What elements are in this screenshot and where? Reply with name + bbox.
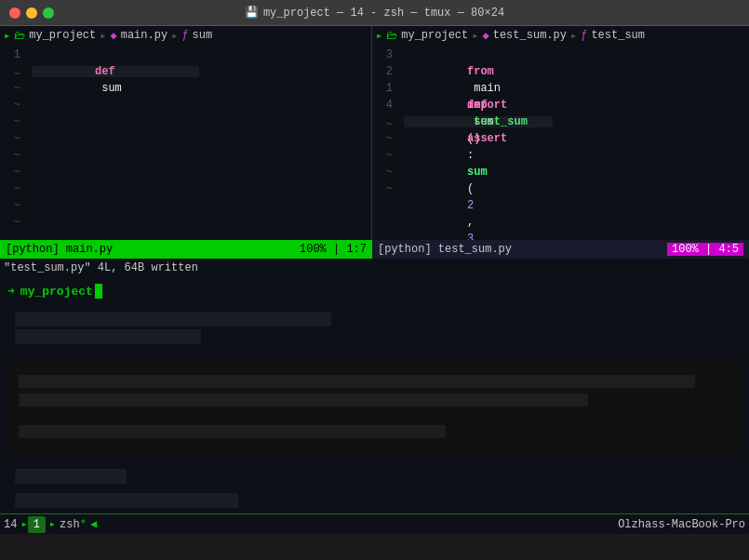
right-pane-header: ▸ 🗁 my_project ▸ ◆ test_sum.py ▸ ƒ test_…: [372, 26, 749, 45]
prompt-arrow: ➜: [7, 284, 15, 299]
tmux-bar: 14 ▸ 1 ▸ zsh * ◀ Olzhass-MacBook-Pro: [0, 513, 749, 534]
tmux-shell: zsh: [60, 518, 80, 531]
terminal-area[interactable]: ➜ my_project: [0, 277, 749, 513]
close-button[interactable]: [9, 7, 20, 19]
tilde-10: ~: [0, 197, 371, 214]
blurred-1: [32, 66, 199, 77]
tmux-triangle: ◀: [90, 517, 97, 531]
tilde-11: ~: [0, 214, 371, 231]
left-project: my_project: [29, 29, 96, 42]
right-linenum-3: 3: [372, 47, 400, 63]
tilde-9: ~: [0, 180, 371, 197]
written-line-row: "test_sum.py" 4L, 64B written: [0, 259, 749, 277]
titlebar: 💾 my_project — 14 - zsh — tmux — 80×24: [0, 0, 749, 26]
left-statusbar-pos: 100% | 1:7: [300, 243, 367, 256]
tilde-5: ~: [0, 113, 371, 130]
left-sep2: ▸: [171, 29, 178, 43]
tilde-7: ~: [0, 147, 371, 164]
tmux-hostname: Olzhass-MacBook-Pro: [618, 518, 745, 531]
tmux-arrow-2: ▸: [49, 517, 56, 531]
terminal-cursor: [95, 284, 102, 299]
right-folder-icon: 🗁: [386, 29, 397, 43]
right-pane[interactable]: ▸ 🗁 my_project ▸ ◆ test_sum.py ▸ ƒ test_…: [372, 26, 749, 240]
right-statusbar: [python] test_sum.py 100% | 4:5: [372, 240, 749, 259]
terminal-blur-4: [15, 493, 238, 508]
titlebar-text: my_project — 14 - zsh — tmux — 80×24: [263, 7, 504, 20]
output-spacer: [19, 412, 730, 420]
left-statusbar: [python] main.py 100% | 1:7: [0, 240, 372, 259]
left-sep1: ▸: [100, 29, 106, 43]
spacer-2: [7, 487, 742, 490]
window-controls[interactable]: [9, 7, 54, 19]
titlebar-title: 💾 my_project — 14 - zsh — tmux — 80×24: [245, 6, 504, 20]
statusbars: [python] main.py 100% | 1:7 [python] tes…: [0, 240, 749, 259]
terminal-blur-1: [15, 312, 331, 327]
left-fn-icon: ƒ: [181, 29, 188, 42]
left-code: 1 def sum ~ ~ ~ ~ ~: [0, 45, 371, 233]
minimize-button[interactable]: [26, 7, 37, 19]
terminal-blur-2: [15, 329, 201, 344]
left-statusbar-mode: [python] main.py: [6, 243, 113, 256]
left-pane-header: ▸ 🗁 my_project ▸ ◆ main.py ▸ ƒ sum: [0, 26, 371, 45]
tmux-tab-1[interactable]: 1: [28, 516, 46, 533]
tilde-8: ~: [0, 164, 371, 180]
right-sep1: ▸: [472, 29, 478, 43]
terminal-more-content: [0, 462, 749, 513]
kw-assert: assert: [467, 132, 507, 145]
left-fn-name: sum: [193, 29, 213, 42]
right-linenum-2: 2: [372, 63, 400, 80]
right-linenum-4: 4: [372, 97, 400, 113]
sum-call: sum: [467, 166, 488, 179]
call-paren: (: [467, 182, 474, 195]
code-line-1: 1 def sum: [0, 47, 371, 63]
tilde-6: ~: [0, 130, 371, 147]
assert-space: [467, 149, 474, 162]
tmux-arrow-icon: ▸: [20, 517, 27, 531]
right-statusbar-mode: [python] test_sum.py: [378, 243, 512, 256]
terminal-output-block: [7, 358, 742, 455]
disk-icon: 💾: [245, 6, 259, 20]
right-project: my_project: [401, 29, 468, 42]
output-line-3: [19, 425, 446, 438]
right-sep2: ▸: [570, 29, 577, 43]
right-line-1: 1 def test_sum () :: [372, 80, 749, 97]
right-linenum-1: 1: [372, 80, 400, 97]
terminal-blur-3: [15, 469, 127, 484]
right-statusbar-pos: 100% | 4:5: [667, 243, 743, 256]
output-line-1: [19, 375, 695, 388]
right-fn-icon: ƒ: [581, 29, 587, 42]
left-breadcrumb-icon: ▸: [4, 29, 10, 43]
right-filename: test_sum.py: [493, 29, 567, 42]
editor-area: ▸ 🗁 my_project ▸ ◆ main.py ▸ ƒ sum 1 def…: [0, 26, 749, 240]
left-file-icon: ◆: [110, 29, 116, 43]
line-num-1: 1: [0, 47, 28, 63]
kw-from: from: [467, 65, 494, 78]
output-line-2: [19, 393, 588, 407]
right-line-4: 4 assert sum ( 2 , 3 ) == 5: [372, 97, 749, 113]
tmux-tab-num: 1: [33, 518, 40, 531]
left-pane[interactable]: ▸ 🗁 my_project ▸ ◆ main.py ▸ ƒ sum 1 def…: [0, 26, 372, 240]
line-code-1: def sum: [28, 47, 122, 113]
right-file-icon: ◆: [482, 29, 488, 43]
maximize-button[interactable]: [43, 7, 54, 19]
right-breadcrumb-icon: ▸: [376, 29, 382, 43]
arg-2: 2: [467, 199, 474, 212]
blurred-r1: [404, 116, 553, 127]
terminal-blurred-content: [0, 305, 749, 351]
terminal-prompt: ➜ my_project: [0, 277, 749, 305]
left-filename: main.py: [121, 29, 167, 42]
written-text: "test_sum.py" 4L, 64B written: [4, 261, 198, 274]
tmux-star: *: [80, 518, 87, 531]
right-code: 3 from main import sum 2 1 def test_sum …: [372, 45, 749, 199]
arg-3: 3: [467, 233, 474, 240]
fn-sum: sum: [95, 82, 122, 95]
tmux-index: 14: [4, 518, 17, 531]
right-fn-name: test_sum: [591, 29, 645, 42]
right-line-3: 3 from main import sum: [372, 47, 749, 63]
left-folder-icon: 🗁: [14, 29, 25, 43]
prompt-dir: my_project: [20, 285, 93, 299]
comma: ,: [467, 216, 480, 229]
